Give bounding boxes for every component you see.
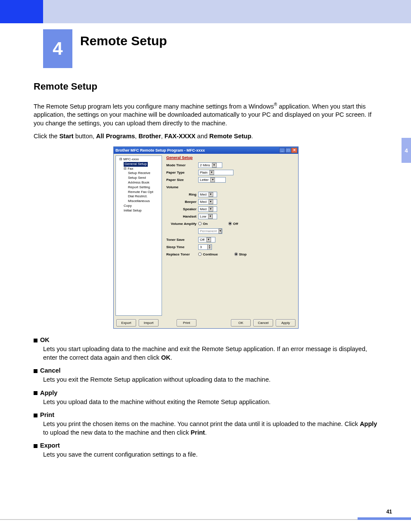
radio-icon	[198, 252, 202, 256]
tree-item[interactable]: Setup Receive	[117, 171, 161, 176]
b: All Programs	[96, 133, 135, 140]
cancel-button[interactable]: Cancel	[253, 319, 273, 327]
tree-item[interactable]: Remote Fax Opt	[117, 190, 161, 195]
mode-timer-select[interactable]: 2 Mins▼	[198, 162, 222, 168]
b: Start	[59, 133, 74, 140]
chevron-down-icon: ▼	[210, 177, 215, 182]
chevron-down-icon: ▼	[209, 170, 214, 175]
paper-size-label: Paper Size	[166, 178, 198, 182]
path-instruction: Click the Start button, All Programs, Br…	[34, 132, 378, 141]
t: ,	[161, 133, 165, 140]
sleep-time-spinner[interactable]: 3▲▼	[198, 244, 212, 250]
tree-root[interactable]: ⊟ MFC-xxxx	[117, 157, 161, 162]
t: to upload the new data to the machine an…	[43, 429, 191, 436]
def-term: OK	[40, 336, 50, 343]
t: Lets you start uploading data to the mac…	[43, 345, 367, 361]
page-number: 41	[386, 509, 392, 515]
speaker-select[interactable]: Med▼	[198, 206, 217, 212]
amplify-off-radio[interactable]: Off	[228, 222, 238, 226]
intro-paragraph: The Remote Setup program lets you config…	[34, 102, 378, 128]
paper-type-select[interactable]: Plain▼	[198, 170, 234, 175]
ring-select[interactable]: Med▼	[198, 192, 217, 197]
replace-stop-radio[interactable]: Stop	[234, 252, 247, 256]
v: 2 Mins	[200, 163, 210, 167]
def-item: Print Lets you print the chosen items on…	[34, 411, 378, 437]
chevron-down-icon: ▼	[206, 237, 211, 242]
def-term: Apply	[40, 389, 57, 396]
export-button[interactable]: Export	[116, 319, 136, 327]
chevron-down-icon: ▼	[209, 192, 213, 197]
radio-icon	[198, 222, 202, 225]
v: Off	[200, 238, 205, 242]
t: button,	[74, 133, 96, 140]
handset-select[interactable]: Low▼	[198, 214, 217, 219]
bullet-icon	[34, 414, 37, 417]
paper-type-label: Paper Type	[166, 171, 198, 174]
content-area: Remote Setup The Remote Setup program le…	[34, 81, 378, 464]
window-body: ⊟ MFC-xxxx General Setup ⊟ Fax Setup Rec…	[114, 154, 298, 317]
v: Permanent	[200, 229, 217, 233]
print-button[interactable]: Print	[177, 319, 196, 327]
ok-button[interactable]: OK	[231, 319, 251, 327]
import-button[interactable]: Import	[139, 319, 159, 327]
apply-button[interactable]: Apply	[276, 319, 296, 327]
definitions-list: OK Lets you start uploading data to the …	[34, 336, 378, 459]
settings-panel: General Setup Mode Timer 2 Mins▼ Paper T…	[164, 154, 298, 317]
tree-item[interactable]: Address Book	[117, 180, 161, 185]
chevron-down-icon: ▼	[209, 199, 213, 204]
tree-item[interactable]: Initial Setup	[117, 208, 161, 213]
tree-item[interactable]: ⊟ Fax	[117, 167, 161, 171]
t: and	[196, 133, 209, 140]
tree-item[interactable]: Setup Send	[117, 176, 161, 180]
t: Lets you print the chosen items on the m…	[43, 420, 360, 427]
window: Brother MFC Remote Setup Program - MFC-x…	[113, 146, 299, 329]
beeper-select[interactable]: Med▼	[198, 199, 217, 205]
paper-size-select[interactable]: Letter▼	[198, 177, 226, 183]
bullet-icon	[34, 444, 37, 448]
sleep-time-label: Sleep Time	[166, 245, 198, 249]
def-item: Export Lets you save the current configu…	[34, 442, 378, 459]
t: General Setup	[124, 162, 148, 167]
tree-item[interactable]: Copy	[117, 204, 161, 208]
b: Apply	[360, 420, 377, 427]
handset-label: Handset	[166, 215, 198, 218]
t: .	[171, 354, 172, 361]
mode-timer-label: Mode Timer	[166, 163, 198, 167]
toner-save-select[interactable]: Off▼	[198, 237, 215, 243]
chevron-down-icon: ▼	[218, 229, 222, 233]
b: Print	[191, 429, 205, 436]
chevron-down-icon: ▼	[212, 163, 217, 168]
v: Med	[200, 207, 207, 211]
replace-continue-radio[interactable]: Continue	[198, 252, 218, 256]
chevron-down-icon: ▼	[209, 207, 213, 212]
minimize-button[interactable]: _	[279, 148, 285, 153]
maximize-button[interactable]: □	[285, 148, 291, 153]
speaker-label: Speaker	[166, 207, 198, 211]
def-desc: Lets you exit the Remote Setup applicati…	[43, 376, 378, 384]
def-desc: Lets you start uploading data to the mac…	[43, 345, 378, 362]
def-desc: Lets you print the chosen items on the m…	[43, 420, 378, 437]
def-item: Apply Lets you upload data to the machin…	[34, 389, 378, 407]
intro-text-1: The Remote Setup program lets you config…	[34, 103, 274, 110]
t: Click the	[34, 133, 59, 140]
b: Remote Setup	[209, 133, 252, 140]
titlebar: Brother MFC Remote Setup Program - MFC-x…	[114, 147, 298, 154]
window-title: Brother MFC Remote Setup Program - MFC-x…	[115, 148, 279, 152]
panel-title: General Setup	[166, 156, 296, 160]
nav-tree[interactable]: ⊟ MFC-xxxx General Setup ⊟ Fax Setup Rec…	[115, 156, 162, 316]
close-button[interactable]: ✕	[291, 148, 297, 153]
t: Fax	[128, 167, 133, 171]
tree-item[interactable]: Report Setting	[117, 185, 161, 190]
side-tab: 4	[402, 138, 411, 163]
tree-item[interactable]: Miscellaneous	[117, 199, 161, 204]
spinner-icon: ▲▼	[207, 245, 212, 249]
amplify-on-radio[interactable]: On	[198, 222, 208, 226]
def-term: Export	[40, 442, 60, 449]
tree-item-selected[interactable]: General Setup	[117, 162, 161, 167]
t: Off	[233, 222, 238, 226]
radio-icon	[228, 222, 232, 225]
v: Plain	[200, 171, 208, 174]
t: MFC-xxxx	[123, 157, 139, 161]
v: 3	[200, 245, 202, 249]
tree-item[interactable]: Dial Restrict.	[117, 194, 161, 199]
